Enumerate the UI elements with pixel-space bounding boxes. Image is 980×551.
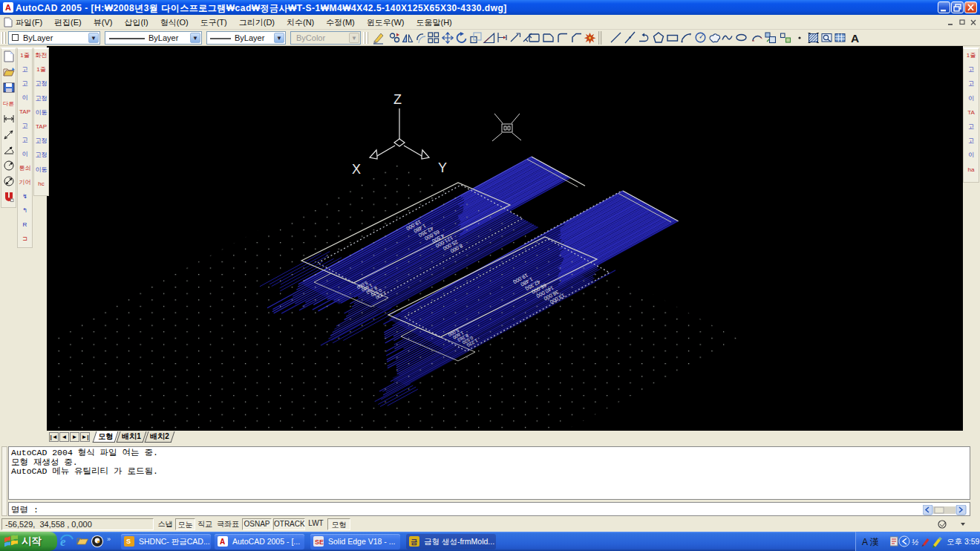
svg-text:A: A [851, 32, 859, 45]
svg-text:A: A [5, 3, 11, 12]
svg-text:»: » [107, 535, 111, 543]
svg-text:다른: 다른 [3, 100, 14, 107]
svg-text:Z: Z [393, 92, 402, 107]
svg-text:X: X [352, 162, 361, 177]
svg-text:½: ½ [912, 538, 918, 547]
svg-text:Y: Y [438, 160, 447, 175]
